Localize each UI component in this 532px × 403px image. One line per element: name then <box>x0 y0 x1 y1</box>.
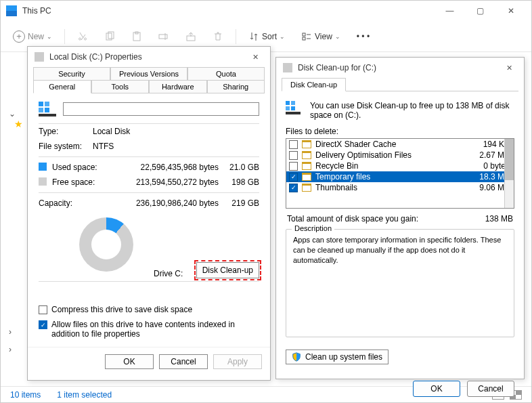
usage-chart <box>79 217 133 272</box>
free-size: 198 GB <box>219 177 259 187</box>
dialog-titlebar: Local Disk (C:) Properties ✕ <box>28 47 270 67</box>
compress-label: Compress this drive to save disk space <box>51 305 192 314</box>
tab-disk-cleanup[interactable]: Disk Clean-up <box>282 78 346 91</box>
tab-sharing[interactable]: Sharing <box>207 80 265 93</box>
tab-security[interactable]: Security <box>33 67 110 80</box>
dialog-title: Disk Clean-up for (C:) <box>298 63 501 72</box>
clean-system-files-button[interactable]: Clean up system files <box>286 349 389 364</box>
dialog-title: Local Disk (C:) Properties <box>49 52 247 62</box>
used-bytes: 22,596,435,968 bytes <box>106 163 219 172</box>
title-bar: This PC — ▢ ✕ <box>1 1 531 21</box>
close-button[interactable]: ✕ <box>247 53 263 62</box>
svg-rect-7 <box>303 33 305 36</box>
close-button[interactable]: ✕ <box>495 1 526 21</box>
minimize-button[interactable]: — <box>435 1 465 21</box>
filesystem-value: NTFS <box>93 142 259 151</box>
nav-item[interactable]: › <box>3 323 25 341</box>
file-list[interactable]: DirectX Shader Cache194 KBDelivery Optim… <box>286 138 514 209</box>
apply-button[interactable]: Apply <box>213 354 262 369</box>
free-swatch <box>39 177 47 186</box>
tab-previous-versions[interactable]: Previous Versions <box>110 67 187 80</box>
tabs: Security Previous Versions Quota General… <box>33 67 265 93</box>
view-button[interactable]: View ⌄ <box>297 28 345 45</box>
star-icon: ★ <box>9 116 28 132</box>
file-checkbox[interactable] <box>289 151 298 160</box>
folder-icon <box>302 140 311 148</box>
view-icon <box>301 31 312 42</box>
dialog-titlebar: Disk Clean-up for (C:) ✕ <box>276 58 524 78</box>
selected-count: 1 item selected <box>57 390 112 400</box>
file-name: Temporary files <box>315 172 469 182</box>
drive-icon <box>283 63 292 72</box>
filesystem-label: File system: <box>39 142 93 151</box>
cut-button[interactable] <box>73 28 92 45</box>
total-value: 138 MB <box>485 214 513 224</box>
shield-icon <box>292 352 301 362</box>
folder-icon <box>302 184 311 192</box>
chevron-down-icon: ⌄ <box>47 33 52 40</box>
share-button[interactable] <box>181 28 200 45</box>
capacity-label: Capacity: <box>39 198 106 208</box>
file-checkbox[interactable]: ✓ <box>289 173 298 182</box>
nav-collapse[interactable]: ⌄ ★ <box>3 105 25 133</box>
plus-icon: + <box>13 30 25 43</box>
svg-rect-4 <box>159 35 167 39</box>
nav-item[interactable]: › <box>3 341 25 358</box>
ok-button[interactable]: OK <box>105 354 154 369</box>
capacity-bytes: 236,190,986,240 bytes <box>106 198 219 208</box>
sort-icon <box>248 31 259 42</box>
cancel-button[interactable]: Cancel <box>159 354 208 369</box>
paste-icon <box>131 31 142 42</box>
used-size: 21.0 GB <box>219 163 259 172</box>
chevron-down-icon: ⌄ <box>335 33 340 40</box>
paste-button[interactable] <box>127 28 146 45</box>
ok-button[interactable]: OK <box>413 381 460 397</box>
disk-cleanup-button[interactable]: Disk Clean-up <box>196 262 259 278</box>
maximize-button[interactable]: ▢ <box>465 1 495 21</box>
type-label: Type: <box>39 127 93 136</box>
index-checkbox-row[interactable]: ✓ Allow files on this drive to have cont… <box>39 317 259 341</box>
rename-button[interactable] <box>154 28 173 45</box>
tab-hardware[interactable]: Hardware <box>149 80 207 93</box>
free-bytes: 213,594,550,272 bytes <box>106 177 219 187</box>
type-value: Local Disk <box>93 127 259 136</box>
delete-button[interactable] <box>208 28 227 45</box>
scrollbar[interactable] <box>504 139 514 208</box>
file-list-item[interactable]: Recycle Bin0 bytes <box>286 161 514 171</box>
compress-checkbox[interactable] <box>39 305 47 314</box>
drive-name-input[interactable] <box>63 102 259 116</box>
file-list-item[interactable]: ✓Thumbnails9.06 MB <box>286 182 514 193</box>
drive-label: Drive C: <box>154 269 183 278</box>
used-swatch <box>39 163 47 171</box>
file-checkbox[interactable]: ✓ <box>289 184 298 192</box>
copy-button[interactable] <box>100 28 119 45</box>
delete-icon <box>213 31 223 42</box>
cut-icon <box>77 31 88 42</box>
folder-icon <box>302 162 311 170</box>
cleanup-info-text: You can use Disk Clean-up to free up to … <box>310 101 514 120</box>
nav-strip: ⌄ ★ › › <box>1 52 28 386</box>
close-button[interactable]: ✕ <box>501 64 517 72</box>
file-list-item[interactable]: DirectX Shader Cache194 KB <box>286 139 514 150</box>
compress-checkbox-row[interactable]: Compress this drive to save disk space <box>39 302 259 317</box>
drive-icon <box>35 52 44 62</box>
cancel-button[interactable]: Cancel <box>467 381 514 397</box>
tab-tools[interactable]: Tools <box>91 80 150 93</box>
files-to-delete-label: Files to delete: <box>286 127 514 138</box>
description-text: Apps can store temporary information in … <box>293 235 507 266</box>
tab-general[interactable]: General <box>33 80 91 93</box>
more-button[interactable]: • • • <box>353 29 374 44</box>
sort-button[interactable]: Sort ⌄ <box>244 28 289 45</box>
total-label: Total amount of disk space you gain: <box>287 214 485 224</box>
file-list-item[interactable]: Delivery Optimisation Files2.67 MB <box>286 150 514 161</box>
tab-quota[interactable]: Quota <box>187 67 265 80</box>
new-button[interactable]: + New ⌄ <box>9 28 56 45</box>
file-checkbox[interactable] <box>289 140 298 149</box>
index-checkbox[interactable]: ✓ <box>39 320 47 329</box>
file-name: Recycle Bin <box>315 161 469 171</box>
file-checkbox[interactable] <box>289 162 298 171</box>
drive-icon <box>39 102 56 116</box>
drive-icon <box>286 101 303 114</box>
disk-cleanup-dialog: Disk Clean-up for (C:) ✕ Disk Clean-up Y… <box>275 57 525 379</box>
file-list-item[interactable]: ✓Temporary files18.3 MB <box>286 171 514 182</box>
